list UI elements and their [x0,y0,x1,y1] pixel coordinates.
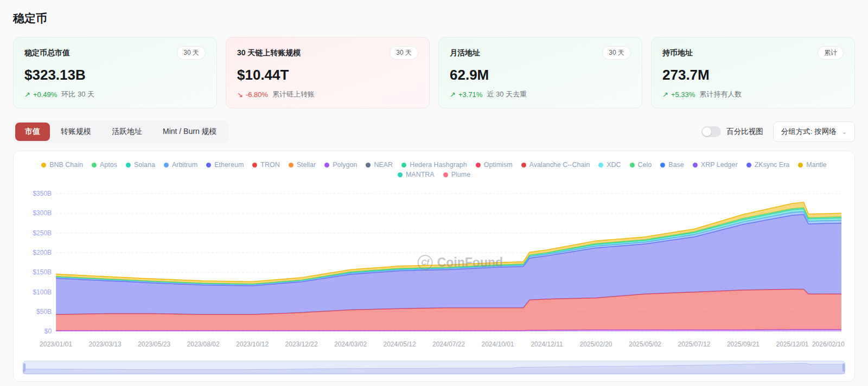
legend-item-optimism[interactable]: Optimism [476,161,513,169]
card-delta: +5.33% [671,91,695,99]
legend-item-ethereum[interactable]: Ethereum [206,161,244,169]
svg-text:Cf: Cf [421,258,430,267]
legend-item-aptos[interactable]: Aptos [92,161,117,169]
legend-dot-icon [252,163,257,168]
x-tick-label: 2024/05/12 [384,340,416,348]
legend-label: Plume [451,171,470,178]
tab-1[interactable]: 转账规模 [51,123,101,141]
card-description: 累计链上转账 [272,89,315,99]
trend-arrow-icon: ↗ [662,91,668,99]
legend-label: Aptos [100,161,117,169]
tab-0[interactable]: 市值 [15,123,50,141]
stat-cards: 稳定币总市值30 天$323.13B↗+0.49%环比 30 天30 天链上转账… [13,37,855,108]
stablecoin-dashboard: 稳定币 稳定币总市值30 天$323.13B↗+0.49%环比 30 天30 天… [0,0,868,386]
percent-view-label: 百分比视图 [726,127,763,137]
legend-item-tron[interactable]: TRON [252,161,279,169]
brush-handle-left [23,363,25,372]
page-title: 稳定币 [13,11,855,26]
x-tick-label: 2025/07/12 [678,340,710,348]
y-tick-label: $250B [33,229,52,237]
legend-label: BNB Chain [49,161,83,169]
legend-dot-icon [41,163,46,168]
legend-label: Solana [134,161,155,169]
card-period-badge: 30 天 [390,46,418,60]
legend-dot-icon [630,163,635,168]
legend-label: Mantle [806,161,827,169]
legend-item-xdc[interactable]: XDC [598,161,621,169]
legend-item-solana[interactable]: Solana [126,161,155,169]
legend-item-plume[interactable]: Plume [443,171,470,178]
legend-label: NEAR [374,161,393,169]
x-tick-label: 2026/02/10 [812,340,845,348]
card-period-badge: 30 天 [177,46,206,60]
legend-item-stellar[interactable]: Stellar [289,161,316,169]
legend-dot-icon [693,163,698,168]
tab-3[interactable]: Mint / Burn 规模 [153,123,227,141]
legend-item-celo[interactable]: Celo [630,161,652,169]
legend-dot-icon [206,163,211,168]
stat-card-3: 持币地址累计273.7M↗+5.33%累计持有人数 [651,37,855,108]
y-tick-label: $0 [44,327,52,335]
legend-item-arbitrum[interactable]: Arbitrum [164,161,197,169]
trend-arrow-icon: ↘ [237,91,243,99]
legend-dot-icon [366,163,371,168]
card-value: $10.44T [237,67,418,83]
percent-view-toggle[interactable] [701,126,721,137]
legend-item-polygon[interactable]: Polygon [324,161,357,169]
chevron-down-icon: ⌄ [842,129,847,135]
legend-label: Ethereum [214,161,244,169]
y-tick-label: $50B [36,308,52,316]
legend-item-avalanche-c-chain[interactable]: Avalanche C--Chain [521,161,590,169]
legend-dot-icon [660,163,665,168]
legend-dot-icon [401,163,406,168]
legend-item-mantra[interactable]: MANTRA [398,171,435,178]
legend-item-bnb-chain[interactable]: BNB Chain [41,161,83,169]
legend-item-zksync-era[interactable]: ZKsync Era [746,161,790,169]
y-tick-label: $200B [33,249,52,256]
legend-dot-icon [398,172,403,177]
x-tick-label: 2023/05/23 [138,340,170,348]
stacked-area-chart[interactable]: $0$50B$100B$150B$200B$250B$300B$350B2023… [22,185,846,357]
legend-item-mantle[interactable]: Mantle [798,161,827,169]
legend-dot-icon [92,163,97,168]
brush-handle-right [843,363,845,372]
legend-item-base[interactable]: Base [660,161,684,169]
card-delta: +3.71% [458,91,482,99]
legend-item-near[interactable]: NEAR [366,161,393,169]
card-value: $323.13B [24,67,206,83]
legend-dot-icon [289,163,293,168]
card-value: 62.9M [450,67,631,83]
card-description: 累计持有人数 [699,89,742,99]
legend-dot-icon [746,163,751,168]
stat-card-1: 30 天链上转账规模30 天$10.44T↘-6.80%累计链上转账 [226,37,430,108]
toolbar: 市值转账规模活跃地址Mint / Burn 规模 百分比视图 分组方式: 按网络… [13,120,855,143]
card-description: 近 30 天去重 [487,89,527,99]
legend-label: Celo [638,161,652,169]
legend-label: ZKsync Era [755,161,790,169]
y-tick-label: $100B [33,288,52,296]
legend-label: MANTRA [406,171,435,178]
x-tick-label: 2024/07/22 [432,340,465,348]
tab-2[interactable]: 活跃地址 [102,123,152,141]
stat-card-2: 月活地址30 天62.9M↗+3.71%近 30 天去重 [438,37,642,108]
x-tick-label: 2023/03/13 [89,340,122,348]
brush-svg [22,361,846,375]
x-tick-label: 2024/12/11 [531,340,563,348]
legend-dot-icon [521,163,526,168]
group-by-selected-value: 分组方式: 按网络 [781,127,837,137]
watermark-text: CoinFound [437,255,503,269]
y-tick-label: $350B [33,190,52,197]
card-title: 稳定币总市值 [24,48,70,58]
group-by-select[interactable]: 分组方式: 按网络 ⌄ [773,121,855,142]
x-tick-label: 2025/05/02 [629,340,661,348]
legend-item-xrp-ledger[interactable]: XRP Ledger [693,161,738,169]
x-tick-label: 2024/10/01 [481,340,514,348]
stat-card-0: 稳定币总市值30 天$323.13B↗+0.49%环比 30 天 [13,37,217,108]
legend-dot-icon [126,163,131,168]
legend-item-hedera-hashgraph[interactable]: Hedera Hashgraph [401,161,467,169]
legend-label: XDC [607,161,621,169]
x-tick-label: 2025/02/20 [579,340,612,348]
y-tick-label: $300B [33,209,52,217]
legend-label: Base [668,161,684,169]
time-range-brush[interactable] [22,361,846,375]
